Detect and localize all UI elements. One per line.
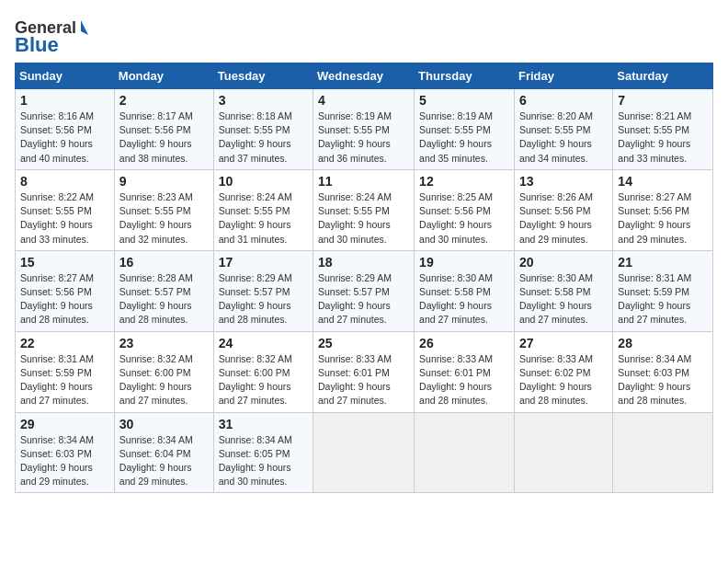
day-number: 17 [219, 255, 308, 270]
calendar-cell: 25Sunrise: 8:33 AMSunset: 6:01 PMDayligh… [313, 331, 415, 412]
day-number: 14 [618, 174, 708, 189]
day-info: Sunrise: 8:20 AMSunset: 5:55 PMDaylight:… [519, 109, 608, 166]
calendar-header-row: SundayMondayTuesdayWednesdayThursdayFrid… [16, 63, 713, 89]
day-number: 15 [20, 255, 109, 270]
calendar-cell: 17Sunrise: 8:29 AMSunset: 5:57 PMDayligh… [213, 250, 313, 331]
calendar-cell: 1Sunrise: 8:16 AMSunset: 5:56 PMDaylight… [16, 89, 115, 170]
day-header-wednesday: Wednesday [313, 63, 415, 89]
calendar-cell: 19Sunrise: 8:30 AMSunset: 5:58 PMDayligh… [415, 250, 515, 331]
day-info: Sunrise: 8:34 AMSunset: 6:05 PMDaylight:… [219, 433, 308, 489]
day-info: Sunrise: 8:19 AMSunset: 5:55 PMDaylight:… [419, 109, 509, 166]
day-number: 4 [318, 93, 409, 108]
day-info: Sunrise: 8:34 AMSunset: 6:04 PMDaylight:… [119, 433, 209, 489]
calendar-cell: 21Sunrise: 8:31 AMSunset: 5:59 PMDayligh… [613, 250, 713, 331]
calendar-cell: 15Sunrise: 8:27 AMSunset: 5:56 PMDayligh… [16, 250, 115, 331]
day-header-thursday: Thursday [415, 63, 515, 89]
day-number: 21 [618, 255, 708, 270]
day-info: Sunrise: 8:28 AMSunset: 5:57 PMDaylight:… [119, 271, 209, 327]
day-number: 25 [318, 336, 409, 350]
day-header-tuesday: Tuesday [213, 63, 313, 89]
calendar-cell: 10Sunrise: 8:24 AMSunset: 5:55 PMDayligh… [213, 169, 313, 250]
calendar-cell: 22Sunrise: 8:31 AMSunset: 5:59 PMDayligh… [16, 331, 115, 412]
day-info: Sunrise: 8:21 AMSunset: 5:55 PMDaylight:… [618, 109, 708, 166]
logo-svg: GeneralBlue [15, 15, 88, 55]
day-info: Sunrise: 8:31 AMSunset: 5:59 PMDaylight:… [20, 352, 109, 408]
calendar-cell: 26Sunrise: 8:33 AMSunset: 6:01 PMDayligh… [415, 331, 515, 412]
calendar-cell: 29Sunrise: 8:34 AMSunset: 6:03 PMDayligh… [16, 412, 115, 493]
day-number: 23 [119, 336, 209, 350]
day-info: Sunrise: 8:33 AMSunset: 6:01 PMDaylight:… [419, 352, 509, 408]
day-number: 28 [618, 336, 708, 350]
day-number: 24 [219, 336, 308, 350]
calendar-cell: 8Sunrise: 8:22 AMSunset: 5:55 PMDaylight… [16, 169, 115, 250]
calendar-cell: 4Sunrise: 8:19 AMSunset: 5:55 PMDaylight… [313, 89, 415, 170]
calendar-table: SundayMondayTuesdayWednesdayThursdayFrid… [15, 63, 713, 493]
calendar-cell: 28Sunrise: 8:34 AMSunset: 6:03 PMDayligh… [613, 331, 713, 412]
calendar-cell: 12Sunrise: 8:25 AMSunset: 5:56 PMDayligh… [415, 169, 515, 250]
day-info: Sunrise: 8:33 AMSunset: 6:02 PMDaylight:… [519, 352, 608, 408]
day-number: 11 [318, 174, 409, 189]
day-number: 13 [519, 174, 608, 189]
calendar-cell: 23Sunrise: 8:32 AMSunset: 6:00 PMDayligh… [114, 331, 213, 412]
day-number: 27 [519, 336, 608, 350]
day-info: Sunrise: 8:26 AMSunset: 5:56 PMDaylight:… [519, 190, 608, 247]
day-info: Sunrise: 8:23 AMSunset: 5:55 PMDaylight:… [119, 190, 209, 247]
day-info: Sunrise: 8:34 AMSunset: 6:03 PMDaylight:… [20, 433, 109, 489]
day-info: Sunrise: 8:18 AMSunset: 5:55 PMDaylight:… [219, 109, 308, 166]
day-info: Sunrise: 8:16 AMSunset: 5:56 PMDaylight:… [20, 109, 109, 166]
calendar-cell: 11Sunrise: 8:24 AMSunset: 5:55 PMDayligh… [313, 169, 415, 250]
day-info: Sunrise: 8:22 AMSunset: 5:55 PMDaylight:… [20, 190, 109, 247]
day-number: 9 [119, 174, 209, 189]
calendar-cell: 5Sunrise: 8:19 AMSunset: 5:55 PMDaylight… [415, 89, 515, 170]
day-info: Sunrise: 8:32 AMSunset: 6:00 PMDaylight:… [119, 352, 209, 408]
day-number: 26 [419, 336, 509, 350]
day-number: 18 [318, 255, 409, 270]
calendar-cell: 31Sunrise: 8:34 AMSunset: 6:05 PMDayligh… [213, 412, 313, 493]
day-number: 20 [519, 255, 608, 270]
day-header-monday: Monday [114, 63, 213, 89]
day-number: 8 [20, 174, 109, 189]
day-info: Sunrise: 8:29 AMSunset: 5:57 PMDaylight:… [318, 271, 409, 327]
day-info: Sunrise: 8:34 AMSunset: 6:03 PMDaylight:… [618, 352, 708, 408]
day-info: Sunrise: 8:30 AMSunset: 5:58 PMDaylight:… [519, 271, 608, 327]
day-number: 6 [519, 93, 608, 108]
calendar-cell: 6Sunrise: 8:20 AMSunset: 5:55 PMDaylight… [514, 89, 612, 170]
day-info: Sunrise: 8:30 AMSunset: 5:58 PMDaylight:… [419, 271, 509, 327]
day-info: Sunrise: 8:24 AMSunset: 5:55 PMDaylight:… [318, 190, 409, 247]
day-header-saturday: Saturday [613, 63, 713, 89]
day-info: Sunrise: 8:33 AMSunset: 6:01 PMDaylight:… [318, 352, 409, 408]
calendar-cell: 7Sunrise: 8:21 AMSunset: 5:55 PMDaylight… [613, 89, 713, 170]
day-number: 22 [20, 336, 109, 350]
day-number: 1 [20, 93, 109, 108]
day-info: Sunrise: 8:25 AMSunset: 5:56 PMDaylight:… [419, 190, 509, 247]
day-header-friday: Friday [514, 63, 612, 89]
calendar-week-row: 22Sunrise: 8:31 AMSunset: 5:59 PMDayligh… [16, 331, 713, 412]
day-info: Sunrise: 8:27 AMSunset: 5:56 PMDaylight:… [20, 271, 109, 327]
calendar-cell: 27Sunrise: 8:33 AMSunset: 6:02 PMDayligh… [514, 331, 612, 412]
day-number: 12 [419, 174, 509, 189]
calendar-cell: 18Sunrise: 8:29 AMSunset: 5:57 PMDayligh… [313, 250, 415, 331]
day-number: 30 [119, 417, 209, 431]
day-number: 2 [119, 93, 209, 108]
logo: GeneralBlue [15, 15, 88, 55]
svg-marker-2 [81, 20, 88, 35]
day-number: 3 [219, 93, 308, 108]
page-container: GeneralBlue SundayMondayTuesdayWednesday… [15, 15, 713, 493]
calendar-cell: 13Sunrise: 8:26 AMSunset: 5:56 PMDayligh… [514, 169, 612, 250]
day-info: Sunrise: 8:32 AMSunset: 6:00 PMDaylight:… [219, 352, 308, 408]
calendar-week-row: 15Sunrise: 8:27 AMSunset: 5:56 PMDayligh… [16, 250, 713, 331]
calendar-cell: 24Sunrise: 8:32 AMSunset: 6:00 PMDayligh… [213, 331, 313, 412]
day-number: 5 [419, 93, 509, 108]
calendar-cell: 2Sunrise: 8:17 AMSunset: 5:56 PMDaylight… [114, 89, 213, 170]
day-number: 29 [20, 417, 109, 431]
calendar-cell [313, 412, 415, 493]
calendar-cell [415, 412, 515, 493]
day-number: 7 [618, 93, 708, 108]
calendar-cell: 16Sunrise: 8:28 AMSunset: 5:57 PMDayligh… [114, 250, 213, 331]
header: GeneralBlue [15, 15, 713, 55]
calendar-week-row: 29Sunrise: 8:34 AMSunset: 6:03 PMDayligh… [16, 412, 713, 493]
day-info: Sunrise: 8:27 AMSunset: 5:56 PMDaylight:… [618, 190, 708, 247]
calendar-cell: 3Sunrise: 8:18 AMSunset: 5:55 PMDaylight… [213, 89, 313, 170]
day-info: Sunrise: 8:19 AMSunset: 5:55 PMDaylight:… [318, 109, 409, 166]
calendar-cell: 9Sunrise: 8:23 AMSunset: 5:55 PMDaylight… [114, 169, 213, 250]
